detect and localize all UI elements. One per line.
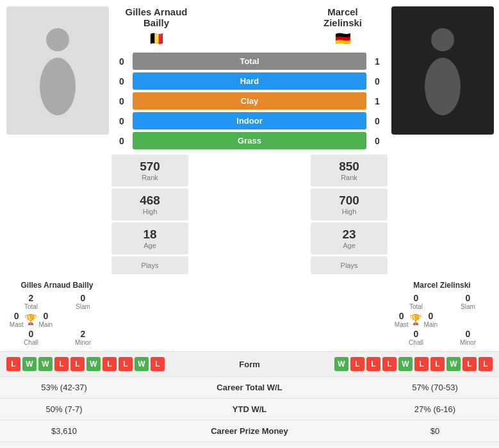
player1-mast-cell: 0 Mast — [10, 311, 24, 328]
form-badge: W — [135, 357, 149, 371]
form-badge: W — [398, 357, 413, 371]
stat-left-val: 50% (7-7) — [0, 399, 128, 420]
stat-right-val: 57% (70-53) — [371, 377, 499, 399]
player1-slam-cell: 0 Slam — [58, 293, 108, 310]
player1-total-val: 2 — [6, 293, 56, 303]
player2-form-badges: WLLLWLLWLL — [287, 357, 493, 371]
stats-row: 53% (42-37) Career Total W/L 57% (70-53) — [0, 377, 499, 399]
player1-mast-lbl: Mast — [10, 321, 24, 328]
form-badge: W — [334, 357, 348, 371]
score-area: 0 Total 1 0 Hard 0 0 Clay 1 0 Indoor — [111, 53, 388, 149]
p1-hard-score: 0 — [114, 76, 129, 87]
form-badge: L — [382, 357, 397, 371]
player-bottom-row: Gilles Arnaud Bailly 2 Total 0 Slam 0 Ma… — [0, 281, 499, 351]
player2-chall-lbl: Chall — [391, 339, 441, 346]
player2-plays-label: Plays — [315, 261, 384, 269]
player1-age-box: 18 Age — [111, 222, 188, 254]
player1-form-badges: LWWLLWLLWL — [6, 357, 213, 371]
player1-mast-val: 0 — [10, 311, 24, 321]
stat-center-label: YTD W/L — [128, 399, 371, 420]
player2-slam-lbl: Slam — [443, 303, 493, 310]
stats-row: 0 YTD Titles 0 — [0, 442, 499, 449]
form-badge: L — [151, 357, 165, 371]
score-row-grass: 0 Grass 0 — [114, 132, 385, 149]
player2-trophy-icon: 🏆 — [409, 313, 422, 326]
player2-info-block: Marcel Zielinski 0 Total 0 Slam 0 Mast — [391, 281, 493, 346]
player2-mast-cell: 0 Mast — [395, 311, 409, 328]
player2-bottom-info: Marcel Zielinski 0 Total 0 Slam 0 Mast — [391, 281, 493, 346]
svg-point-2 — [431, 28, 454, 51]
form-badge: L — [70, 357, 85, 371]
player2-rank-box: 850 Rank — [311, 154, 388, 187]
player2-rank-val: 850 — [315, 160, 384, 174]
player1-flag-row: 🇧🇪 — [111, 31, 201, 46]
player2-chall-val: 0 — [391, 329, 441, 339]
player2-total-lbl: Total — [391, 303, 441, 310]
form-badge: L — [350, 357, 364, 371]
player2-age-val: 23 — [315, 228, 384, 242]
player1-main-lbl: Main — [38, 321, 53, 328]
player1-stat-grid: 2 Total 0 Slam 0 Mast 🏆 0 — [6, 293, 108, 346]
player1-main-val: 0 — [38, 311, 53, 321]
player2-stats: 850 Rank 700 High 23 Age Plays — [311, 154, 388, 274]
player2-total-val: 0 — [391, 293, 441, 303]
player1-age-val: 18 — [115, 228, 184, 242]
stat-left-val: 53% (42-37) — [0, 377, 128, 399]
player1-slam-lbl: Slam — [58, 303, 108, 310]
top-area: Gilles Arnaud Bailly 🇧🇪 Marcel Zielinski… — [0, 0, 499, 281]
surface-total-btn[interactable]: Total — [133, 53, 366, 70]
player1-total-lbl: Total — [6, 303, 56, 310]
score-row-clay: 0 Clay 1 — [114, 92, 385, 110]
player2-main-lbl: Main — [423, 321, 438, 328]
p1-total-score: 0 — [114, 56, 129, 67]
player2-flag-row: 🇩🇪 — [298, 31, 388, 46]
form-badge: L — [6, 357, 20, 371]
player2-empty-cell — [443, 311, 493, 328]
stat-center-label: Career Prize Money — [128, 420, 371, 442]
surface-hard-btn[interactable]: Hard — [133, 72, 366, 90]
form-badge: L — [102, 357, 117, 371]
score-row-hard: 0 Hard 0 — [114, 72, 385, 90]
player1-stats: 570 Rank 468 High 18 Age Plays — [111, 154, 188, 274]
stats-row: $3,610 Career Prize Money $0 — [0, 420, 499, 442]
player2-mast-lbl: Mast — [395, 321, 409, 328]
three-col-stats: 570 Rank 468 High 18 Age Plays — [111, 154, 388, 274]
player2-rank-label: Rank — [315, 174, 384, 181]
player2-main-cell: 0 Main — [423, 311, 438, 328]
player2-plays-box: Plays — [311, 256, 388, 274]
player1-full-name: Gilles Arnaud Bailly — [6, 281, 108, 290]
p2-total-score: 1 — [370, 56, 385, 67]
p1-indoor-score: 0 — [114, 116, 129, 126]
center-spacer — [111, 281, 388, 346]
player2-age-box: 23 Age — [311, 222, 388, 254]
svg-point-0 — [46, 28, 69, 51]
player2-name-block: Marcel Zielinski 🇩🇪 — [298, 6, 388, 46]
form-badge: W — [446, 357, 461, 371]
stat-right-val: $0 — [371, 420, 499, 442]
form-badge: L — [366, 357, 380, 371]
player2-minor-lbl: Minor — [443, 339, 493, 346]
player2-minor-val: 0 — [443, 329, 493, 339]
p2-hard-score: 0 — [370, 76, 385, 87]
form-label: Form — [218, 360, 282, 369]
p2-clay-score: 1 — [370, 96, 385, 106]
surface-grass-btn[interactable]: Grass — [133, 132, 366, 149]
player2-high-box: 700 High — [311, 188, 388, 220]
player2-mast-val: 0 — [395, 311, 409, 321]
player2-photo-col — [391, 6, 493, 274]
stat-right-val: 0 — [371, 442, 499, 449]
player1-plays-label: Plays — [115, 261, 184, 269]
surface-clay-btn[interactable]: Clay — [133, 92, 366, 110]
player2-stat-grid: 0 Total 0 Slam 0 Mast 🏆 0 — [391, 293, 493, 346]
form-badge: L — [430, 357, 445, 371]
stat-center-label: Career Total W/L — [128, 377, 371, 399]
surface-indoor-btn[interactable]: Indoor — [133, 112, 366, 129]
player1-high-val: 468 — [115, 194, 184, 208]
p2-indoor-score: 0 — [370, 116, 385, 126]
player2-total-cell: 0 Total — [391, 293, 441, 310]
player2-full-name: Marcel Zielinski — [391, 281, 493, 290]
player1-high-box: 468 High — [111, 188, 188, 220]
player1-trophy-icon: 🏆 — [24, 313, 37, 326]
p1-grass-score: 0 — [114, 136, 129, 146]
player2-chall-cell: 0 Chall — [391, 329, 441, 346]
